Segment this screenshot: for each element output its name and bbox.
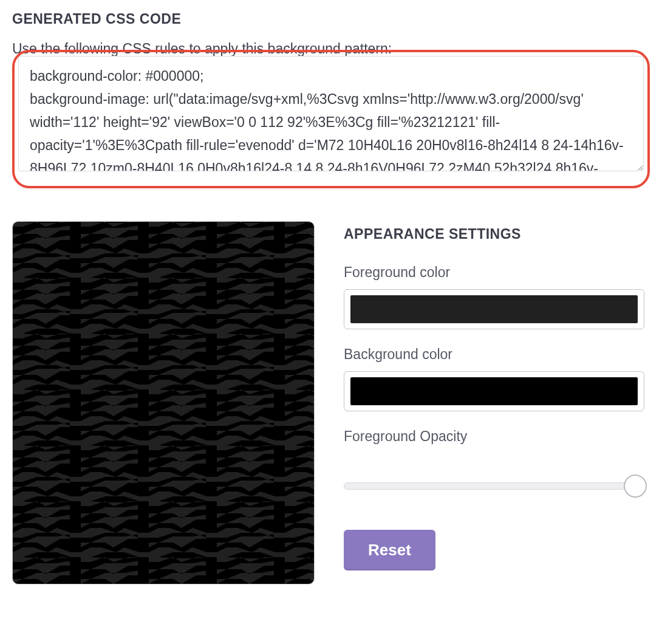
css-output-highlight <box>12 50 650 188</box>
css-output-textarea[interactable] <box>18 56 644 171</box>
opacity-slider[interactable] <box>344 474 644 498</box>
appearance-settings-title: APPEARANCE SETTINGS <box>344 226 650 242</box>
opacity-slider-thumb[interactable] <box>624 474 647 498</box>
generated-css-title: GENERATED CSS CODE <box>12 11 650 27</box>
reset-button[interactable]: Reset <box>344 530 435 570</box>
foreground-color-swatch[interactable] <box>350 295 638 323</box>
background-color-label: Background color <box>344 346 650 363</box>
foreground-color-frame <box>344 289 644 329</box>
opacity-slider-track <box>344 482 644 490</box>
background-color-swatch[interactable] <box>350 377 638 405</box>
foreground-color-label: Foreground color <box>344 264 650 281</box>
background-color-frame <box>344 371 644 411</box>
foreground-opacity-label: Foreground Opacity <box>344 428 650 445</box>
pattern-preview <box>12 221 315 584</box>
